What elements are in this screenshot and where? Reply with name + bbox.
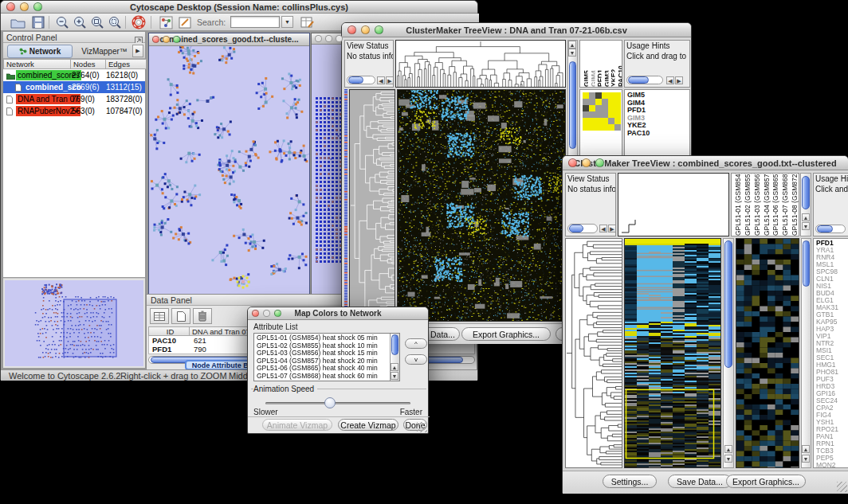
zoom-out-icon[interactable] <box>53 15 71 29</box>
scroll-thumb[interactable] <box>817 225 833 232</box>
minimize-icon[interactable] <box>263 310 270 317</box>
gene-label[interactable]: PAC10 <box>625 130 689 138</box>
zoom-window-icon[interactable] <box>33 2 42 11</box>
edges-col-header[interactable]: Edges <box>105 59 147 69</box>
search-dropdown[interactable]: ▼ <box>281 16 293 28</box>
minimize-icon[interactable] <box>20 2 29 11</box>
tv2-hints-scrollbar[interactable] <box>815 225 846 233</box>
scroll-down-arrow[interactable]: ▼ <box>802 222 810 230</box>
scroll-thumb[interactable] <box>724 240 732 368</box>
tv2-status-scrollbar[interactable] <box>567 224 598 233</box>
vizmap-shortcut-icon[interactable] <box>157 15 175 29</box>
tv1-gene-dendrogram[interactable] <box>349 89 395 322</box>
scroll-left-arrow[interactable]: ◀ <box>599 225 607 232</box>
close-icon[interactable] <box>347 25 356 34</box>
scroll-thumb[interactable] <box>348 76 363 84</box>
scroll-up-arrow[interactable]: ▲ <box>724 445 732 453</box>
save-data-button[interactable]: Save Data... <box>668 475 732 488</box>
close-icon[interactable] <box>6 2 15 11</box>
heatmap-canvas[interactable] <box>625 239 720 467</box>
move-up-button[interactable]: ^ <box>405 338 427 349</box>
attribute-list-scrollbar[interactable]: ▲ ▼ <box>390 334 399 381</box>
zoom-window-icon[interactable] <box>173 36 180 43</box>
network-row[interactable]: DNA and Tran 07769(0)183728(0) <box>3 93 145 105</box>
array-dendrogram-canvas[interactable] <box>396 41 565 87</box>
scroll-down-arrow[interactable]: ▼ <box>391 372 398 380</box>
minimize-icon[interactable] <box>325 35 332 42</box>
scroll-right-arrow[interactable]: ▶ <box>608 225 616 232</box>
settings-button[interactable]: Settings... <box>603 475 657 488</box>
network-col-header[interactable]: Network <box>3 59 71 69</box>
zoom-selected-icon[interactable] <box>106 15 124 29</box>
attribute-item[interactable]: GPL51-07 (GSM868) heat shock 60 min <box>254 373 399 381</box>
network-row[interactable]: combined_scores2764(0)16218(0) <box>3 69 145 81</box>
zoom-in-icon[interactable] <box>71 15 88 29</box>
scroll-right-arrow[interactable]: ▶ <box>675 76 683 84</box>
gene-dendrogram-canvas[interactable] <box>350 90 395 321</box>
close-icon[interactable] <box>152 36 159 43</box>
minimize-icon[interactable] <box>163 36 170 43</box>
main-titlebar[interactable]: Cytoscape Desktop (Session Name: collins… <box>1 1 477 14</box>
tv2-genes-scrollbar[interactable]: ▲ ▼ <box>801 238 811 468</box>
zoom-fit-icon[interactable] <box>88 15 106 29</box>
scroll-up-arrow[interactable]: ▲ <box>802 445 810 453</box>
resize-grip[interactable] <box>417 422 427 432</box>
tv2-zoom-heatmap[interactable] <box>736 238 799 468</box>
scroll-left-arrow[interactable]: ◀ <box>377 76 385 84</box>
scroll-down-arrow[interactable]: ▼ <box>802 455 810 463</box>
tv1-heatmap[interactable] <box>397 89 566 322</box>
animate-vizmap-button[interactable]: Animate Vizmap <box>262 419 332 431</box>
scroll-thumb[interactable] <box>569 61 576 149</box>
gene-label[interactable]: MON2 <box>814 462 848 468</box>
scroll-up-arrow[interactable]: ▲ <box>802 213 810 221</box>
help-ring-icon[interactable] <box>130 15 147 29</box>
select-attributes-icon[interactable] <box>150 308 169 324</box>
id-col-header[interactable]: ID <box>148 326 190 336</box>
tv2-labels-scrollbar[interactable]: ▲ ▼ <box>800 173 811 236</box>
gene-dendrogram-canvas[interactable] <box>566 239 622 467</box>
nodes-col-header[interactable]: Nodes <box>70 59 106 69</box>
zoom-heatmap-canvas[interactable] <box>736 239 799 467</box>
tab-network[interactable]: Network <box>7 45 73 58</box>
search-input[interactable] <box>230 16 280 28</box>
export-graphics-button[interactable]: Export Graphics... <box>461 327 551 341</box>
slider-thumb[interactable] <box>324 397 336 408</box>
tv2-gene-dendrogram[interactable] <box>565 238 622 468</box>
scroll-thumb[interactable] <box>391 334 398 355</box>
network-row[interactable]: RNAPuberNov2+563(0)107847(0) <box>3 105 145 117</box>
close-icon[interactable] <box>252 310 259 317</box>
move-down-button[interactable]: v <box>405 354 427 365</box>
network-row[interactable]: combined_sco2569(6)13112(15) <box>3 81 145 93</box>
scroll-left-arrow[interactable]: ◀ <box>666 76 674 84</box>
save-icon[interactable] <box>29 15 47 29</box>
scroll-down-arrow[interactable]: ▼ <box>568 49 576 57</box>
minimize-icon[interactable] <box>582 158 591 167</box>
minimize-icon[interactable] <box>361 25 370 34</box>
scroll-thumb[interactable] <box>802 176 810 209</box>
tv2-heatmap[interactable] <box>624 238 721 468</box>
tv1-status-scrollbar[interactable] <box>347 76 375 84</box>
zoom-window-icon[interactable] <box>336 35 343 42</box>
close-icon[interactable] <box>568 158 577 167</box>
attribute-editor-icon[interactable] <box>299 15 316 29</box>
scroll-thumb[interactable] <box>569 225 583 232</box>
tv2-heatmap-scrollbar[interactable]: ▲ ▼ <box>723 238 734 468</box>
birdseye-overview-canvas[interactable] <box>5 280 143 366</box>
zoom-heatmap-canvas[interactable] <box>583 92 621 131</box>
scroll-thumb[interactable] <box>628 76 649 84</box>
trash-icon[interactable] <box>193 308 212 324</box>
heatmap-canvas[interactable] <box>398 90 565 321</box>
close-icon[interactable] <box>315 35 322 42</box>
tab-overflow-button[interactable]: ▶ <box>132 45 143 57</box>
annotation-icon[interactable] <box>176 15 194 29</box>
export-graphics-button[interactable]: Export Graphics... <box>726 475 806 488</box>
zoom-window-icon[interactable] <box>274 310 281 317</box>
animation-speed-slider[interactable] <box>265 402 410 404</box>
tv1-hints-scrollbar[interactable] <box>626 76 663 84</box>
resize-grip[interactable] <box>837 482 847 492</box>
scroll-up-arrow[interactable]: ▲ <box>391 363 398 371</box>
tab-vizmapper[interactable]: VizMapper™ <box>77 45 132 58</box>
zoom-window-icon[interactable] <box>375 25 383 34</box>
new-attribute-icon[interactable] <box>171 308 190 324</box>
scroll-down-arrow[interactable]: ▼ <box>724 455 732 463</box>
